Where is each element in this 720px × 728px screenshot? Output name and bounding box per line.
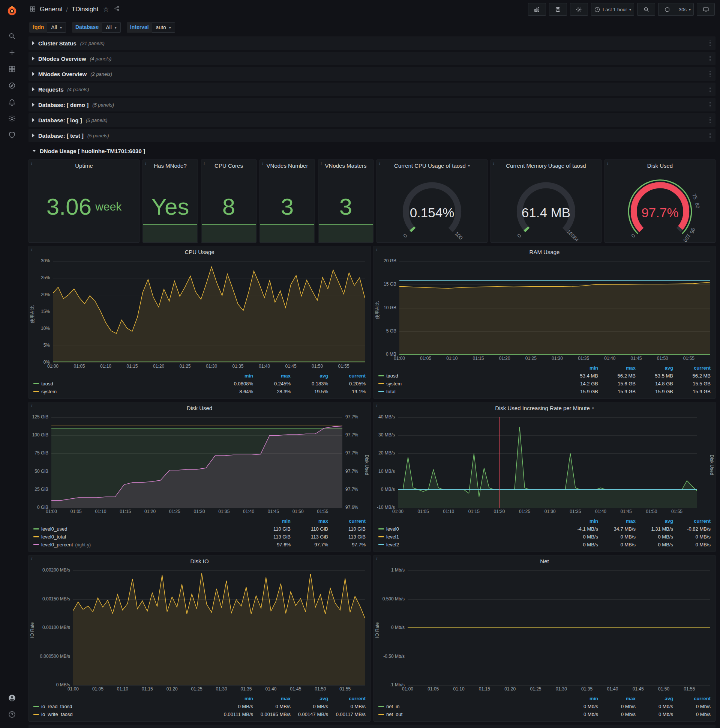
dashboards-icon[interactable] [4, 61, 20, 77]
legend-series-name[interactable]: level0 [386, 526, 399, 532]
row-database-demo[interactable]: Database: [ demo ](5 panels) [29, 98, 715, 112]
panel-title[interactable]: RAM Usage [529, 249, 560, 255]
row-database-test[interactable]: Database: [ test ](5 panels) [29, 129, 715, 142]
panel-info-icon[interactable]: i [379, 161, 380, 166]
plot-wrap[interactable]: 0 MB5 GB10 GB15 GB20 GB01:0001:0501:1001… [381, 257, 715, 363]
variable-fqdn-label[interactable]: fqdn [29, 22, 47, 33]
panel-info-icon[interactable]: i [31, 556, 32, 562]
row-database-log[interactable]: Database: [ log ](5 panels) [29, 113, 715, 127]
panel-menu-caret[interactable]: ▾ [592, 406, 594, 410]
panel-info-icon[interactable]: i [204, 161, 205, 166]
plot-wrap[interactable]: 0 MB/s0.000500 MB/s0.00100 MB/s0.00150 M… [36, 567, 370, 693]
panel-title[interactable]: Current CPU Usage of taosd [394, 162, 466, 169]
panel-title[interactable]: Disk Used [187, 405, 212, 411]
row-dnodes-overview[interactable]: DNodes Overview(4 panels) [29, 52, 715, 65]
plot-wrap[interactable]: -10 MB/s0 MB/s10 MB/s20 MB/s30 MB/s40 MB… [374, 413, 708, 516]
panel-menu-caret[interactable]: ▾ [468, 164, 470, 168]
legend-col-min[interactable]: min [253, 518, 291, 524]
legend-series-name[interactable]: io_read_taosd [41, 704, 72, 709]
legend-col-max[interactable]: max [253, 373, 291, 379]
legend-col-max[interactable]: max [253, 696, 291, 701]
dashboard-settings-button[interactable] [570, 3, 588, 16]
legend-series-name[interactable]: taosd [386, 373, 398, 379]
legend-series-name[interactable]: net_in [386, 704, 400, 709]
panel-title[interactable]: Disk Used [647, 162, 673, 169]
panel-title[interactable]: Net [540, 558, 549, 564]
variable-interval-label[interactable]: Interval [127, 22, 152, 33]
legend-col-min[interactable]: min [561, 518, 598, 524]
legend-series-name[interactable]: level0_total [41, 534, 66, 540]
legend-col-min[interactable]: min [216, 696, 253, 701]
plot-wrap[interactable]: 0 GiB25 GiB50 GiB75 GiB100 GiB125 GiB97.… [29, 413, 363, 516]
row-drag-handle[interactable] [708, 86, 712, 92]
panel-info-icon[interactable]: i [31, 247, 32, 252]
refresh-button[interactable] [658, 3, 676, 16]
legend-col-max[interactable]: max [598, 365, 636, 371]
legend-series-name[interactable]: system [386, 381, 402, 387]
panel-info-icon[interactable]: i [493, 161, 494, 166]
row-requests[interactable]: Requests(4 panels) [29, 83, 715, 96]
alerting-bell-icon[interactable] [4, 94, 20, 110]
row-dnode-usage[interactable]: DNode Usage [ huolinhe-TM1701:6030 ] [29, 144, 715, 158]
share-icon[interactable] [114, 5, 120, 14]
legend-col-min[interactable]: min [561, 365, 598, 371]
row-mnodes-overview[interactable]: MNodes Overview(2 panels) [29, 67, 715, 81]
legend-series-name[interactable]: io_write_taosd [41, 711, 73, 717]
legend-series-name[interactable]: level0_percent [41, 542, 73, 548]
panel-info-icon[interactable]: i [607, 161, 608, 166]
add-panel-button[interactable] [528, 3, 546, 16]
breadcrumb-section[interactable]: General [40, 6, 62, 13]
variable-fqdn-value[interactable]: All▾ [47, 22, 66, 33]
panel-title[interactable]: Disk Used Increasing Rate per Minute [495, 405, 590, 411]
plot-wrap[interactable]: -1 Mb/s-0.50 Mb/s0 Mb/s0.500 Mb/s1 Mb/s0… [381, 567, 715, 693]
tv-mode-button[interactable] [697, 3, 715, 16]
legend-col-avg[interactable]: avg [636, 365, 673, 371]
panel-info-icon[interactable]: i [31, 161, 32, 166]
panel-title[interactable]: CPU Cores [215, 162, 243, 169]
legend-col-max[interactable]: max [598, 696, 636, 701]
breadcrumb-title[interactable]: TDinsight [72, 6, 99, 13]
row-drag-handle[interactable] [708, 133, 712, 138]
panel-title[interactable]: VNodes Number [267, 162, 308, 169]
panel-title[interactable]: Disk IO [190, 558, 209, 564]
legend-col-avg[interactable]: avg [636, 696, 673, 701]
row-drag-handle[interactable] [708, 117, 712, 123]
legend-series-name[interactable]: net_out [386, 711, 403, 717]
legend-col-min[interactable]: min [561, 696, 598, 701]
legend-series-name[interactable]: total [386, 389, 396, 395]
row-drag-handle[interactable] [708, 102, 712, 108]
row-drag-handle[interactable] [708, 71, 712, 77]
row-drag-handle[interactable] [708, 55, 712, 61]
panel-info-icon[interactable]: i [376, 247, 377, 252]
plot-wrap[interactable]: 0%5%10%15%20%25%30%01:0001:0501:1001:150… [36, 257, 370, 371]
star-icon[interactable]: ☆ [103, 5, 109, 14]
legend-series-name[interactable]: level2 [386, 542, 399, 548]
panel-title[interactable]: Has MNode? [154, 162, 187, 169]
legend-col-current[interactable]: current [673, 518, 711, 524]
zoom-out-button[interactable] [637, 3, 655, 16]
row-login-history[interactable]: Login History(1 panel) [29, 725, 715, 728]
legend-col-current[interactable]: current [328, 518, 366, 524]
panel-info-icon[interactable]: i [320, 161, 322, 166]
row-cluster-status[interactable]: Cluster Status(21 panels) [29, 37, 715, 50]
legend-col-avg[interactable]: avg [291, 696, 328, 701]
legend-col-current[interactable]: current [328, 696, 366, 701]
refresh-interval-select[interactable]: 30s ▾ [676, 3, 694, 16]
variable-interval-value[interactable]: auto▾ [152, 22, 175, 33]
panel-info-icon[interactable]: i [31, 403, 32, 409]
explore-compass-icon[interactable] [4, 77, 20, 94]
panel-info-icon[interactable]: i [262, 161, 263, 166]
user-avatar[interactable] [4, 690, 20, 706]
panel-info-icon[interactable]: i [376, 556, 377, 562]
configuration-gear-icon[interactable] [4, 110, 20, 127]
row-drag-handle[interactable] [708, 40, 712, 46]
save-dashboard-button[interactable] [549, 3, 567, 16]
panel-title[interactable]: Current Memory Usage of taosd [506, 162, 586, 169]
legend-col-min[interactable]: min [216, 373, 253, 379]
admin-shield-icon[interactable] [4, 127, 20, 143]
panel-title[interactable]: CPU Usage [185, 249, 214, 255]
grafana-logo[interactable] [5, 3, 20, 18]
legend-col-current[interactable]: current [673, 696, 711, 701]
legend-col-max[interactable]: max [291, 518, 328, 524]
variable-database-label[interactable]: Database [72, 22, 102, 33]
